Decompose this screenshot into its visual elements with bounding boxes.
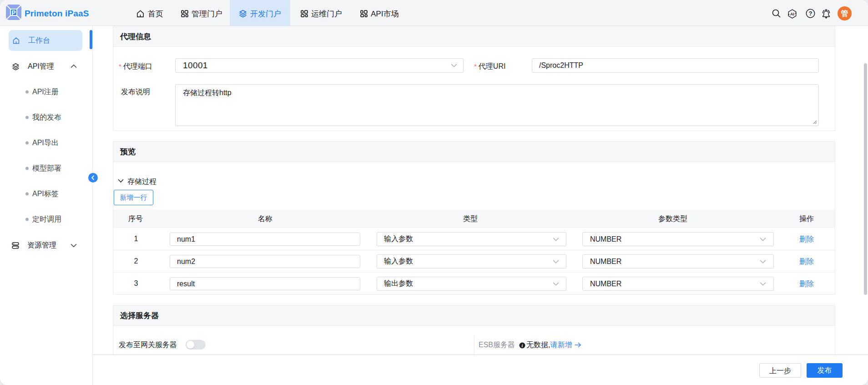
svg-text:?: ? [809, 10, 812, 17]
svg-text:i: i [522, 343, 523, 348]
svg-text:AI: AI [790, 12, 794, 16]
svg-text:P: P [11, 9, 15, 16]
